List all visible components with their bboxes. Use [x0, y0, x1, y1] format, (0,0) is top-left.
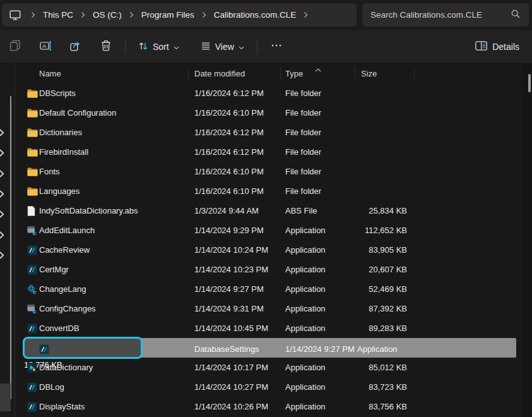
file-size: 25,834 KB [357, 206, 407, 215]
tree-expand-chevron-icon[interactable] [0, 209, 4, 217]
column-header-type[interactable]: Type [285, 69, 303, 78]
file-row[interactable]: ConvertDB1/14/2024 10:45 PMApplication89… [24, 318, 516, 338]
search-input[interactable]: Search Calibrations.com.CLE [362, 3, 529, 27]
file-type: Application [285, 323, 357, 333]
nav-scrollbar-corner[interactable] [0, 384, 11, 411]
copy-button[interactable] [3, 35, 28, 58]
file-name: Dictionaries [39, 128, 194, 137]
chevron-down-icon [239, 42, 244, 52]
file-name: DisplayStats [39, 402, 194, 411]
file-list: Name Date modified Type Size DBScripts1/… [22, 64, 516, 417]
file-row[interactable]: Languages1/16/2024 6:10 PMFile folder [24, 181, 516, 201]
tree-expand-chevron-icon[interactable] [0, 169, 4, 176]
file-row[interactable]: DBScripts1/16/2024 6:12 PMFile folder [24, 83, 516, 103]
file-name: DBLog [39, 382, 194, 392]
column-headers: Name Date modified Type Size [22, 64, 516, 83]
sort-label: Sort [153, 42, 169, 52]
file-type: Application [285, 304, 357, 313]
address-bar-region: This PC OS (C:) Program Files Calibratio… [0, 0, 532, 30]
file-type: File folder [285, 167, 357, 176]
file-row[interactable]: DatabaseSettings1/14/2024 9:27 PMApplica… [24, 338, 516, 358]
file-row[interactable]: ccChangeLang1/14/2024 9:27 PMApplication… [24, 279, 516, 299]
svg-text:A: A [42, 42, 46, 49]
file-type: File folder [285, 147, 357, 157]
column-header-name[interactable]: Name [39, 69, 61, 78]
column-header-date-modified[interactable]: Date modified [194, 69, 245, 78]
chevron-right-icon [129, 11, 134, 18]
delete-button[interactable] [93, 35, 119, 58]
file-row[interactable]: Dictionaries1/16/2024 6:12 PMFile folder [24, 123, 516, 142]
column-resize-handle[interactable] [280, 67, 281, 80]
tree-expand-chevron-icon[interactable] [0, 230, 4, 238]
this-pc-icon[interactable] [9, 10, 21, 20]
more-options-button[interactable] [264, 35, 289, 58]
app-slashes-icon [27, 245, 39, 255]
file-row[interactable]: CertMgr1/14/2024 10:23 PMApplication20,6… [24, 260, 516, 279]
tree-expand-chevron-icon[interactable] [0, 250, 4, 258]
folder-icon [27, 89, 39, 98]
file-row[interactable]: DataDictionary1/14/2024 10:17 PMApplicat… [24, 358, 516, 377]
file-row[interactable]: DisplayStats1/14/2024 10:26 PMApplicatio… [24, 397, 516, 416]
file-name: DBScripts [39, 88, 194, 98]
tree-expand-chevron-icon[interactable] [0, 189, 4, 196]
details-pane-icon [475, 41, 487, 52]
file-date-modified: 1/16/2024 6:10 PM [194, 167, 285, 176]
chevron-right-icon [31, 11, 35, 18]
vertical-scrollbar-thumb[interactable] [528, 74, 531, 92]
breadcrumb-program-files[interactable]: Program Files [141, 10, 194, 20]
file-row[interactable]: IndySoftDataDictionary.abs1/3/2024 9:44 … [24, 201, 516, 221]
file-row[interactable]: CacheReview1/14/2024 10:24 PMApplication… [24, 240, 516, 260]
rename-icon: A [40, 40, 52, 54]
file-row[interactable]: ccAddEditLaunch1/14/2024 9:29 PMApplicat… [24, 221, 516, 240]
app-form-c-icon: cc [27, 226, 39, 236]
share-button[interactable] [63, 35, 88, 58]
details-button[interactable]: Details [470, 35, 524, 58]
sort-ascending-caret-icon [315, 64, 321, 74]
folder-icon [27, 128, 39, 137]
breadcrumb-this-pc[interactable]: This PC [43, 10, 73, 20]
breadcrumb-os-c[interactable]: OS (C:) [93, 10, 122, 20]
file-size: 52,469 KB [357, 284, 407, 294]
sort-button[interactable]: Sort [132, 35, 186, 58]
file-name: FirebirdInstall [39, 147, 194, 157]
file-date-modified: 1/16/2024 6:10 PM [194, 186, 285, 196]
column-resize-handle[interactable] [414, 67, 415, 80]
file-size: 87,392 KB [357, 304, 407, 313]
toolbar-divider [257, 39, 257, 54]
folder-icon [27, 109, 39, 118]
file-date-modified: 1/14/2024 10:24 PM [194, 245, 285, 255]
file-row[interactable]: Default Configuration1/16/2024 6:10 PMFi… [24, 103, 516, 123]
svg-text:c: c [33, 229, 36, 236]
file-row[interactable]: Fonts1/16/2024 6:10 PMFile folder [24, 162, 516, 181]
file-name: Languages [39, 186, 194, 196]
file-type: File folder [285, 88, 357, 98]
file-date-modified: 1/16/2024 6:12 PM [194, 128, 285, 137]
file-size: 89,283 KB [357, 323, 407, 333]
scrollbar-track[interactable] [521, 64, 532, 417]
column-resize-handle[interactable] [188, 67, 189, 80]
view-button[interactable]: View [194, 35, 251, 58]
tree-expand-chevron-icon[interactable] [0, 128, 4, 135]
file-type: Application [285, 284, 357, 294]
file-name: ChangeLang [39, 284, 194, 294]
file-size: 83,723 KB [357, 382, 407, 392]
rename-button[interactable]: A [33, 35, 58, 58]
file-name: DatabaseSettings [194, 344, 285, 354]
column-resize-handle[interactable] [355, 67, 355, 80]
chevron-right-icon[interactable] [304, 11, 308, 18]
column-header-size[interactable]: Size [361, 69, 377, 78]
app-slashes-icon [27, 382, 39, 392]
svg-text:c: c [33, 308, 36, 314]
file-row[interactable]: ccConfigChanges1/14/2024 9:31 PMApplicat… [24, 299, 516, 318]
search-icon[interactable] [511, 9, 521, 21]
file-name: CacheReview [39, 245, 194, 255]
file-type: Application [285, 226, 357, 235]
breadcrumb-current-folder[interactable]: Calibrations.com.CLE [214, 10, 297, 20]
tree-expand-chevron-icon[interactable] [0, 148, 4, 155]
nav-scrollbar[interactable] [10, 96, 11, 399]
file-row[interactable]: DBLog1/14/2024 10:27 PMApplication83,723… [24, 377, 516, 397]
file-row[interactable]: FirebirdInstall1/16/2024 6:12 PMFile fol… [24, 142, 516, 162]
folder-icon [27, 167, 39, 176]
chevron-right-icon [81, 11, 85, 18]
file-date-modified: 1/14/2024 9:27 PM [285, 344, 357, 354]
